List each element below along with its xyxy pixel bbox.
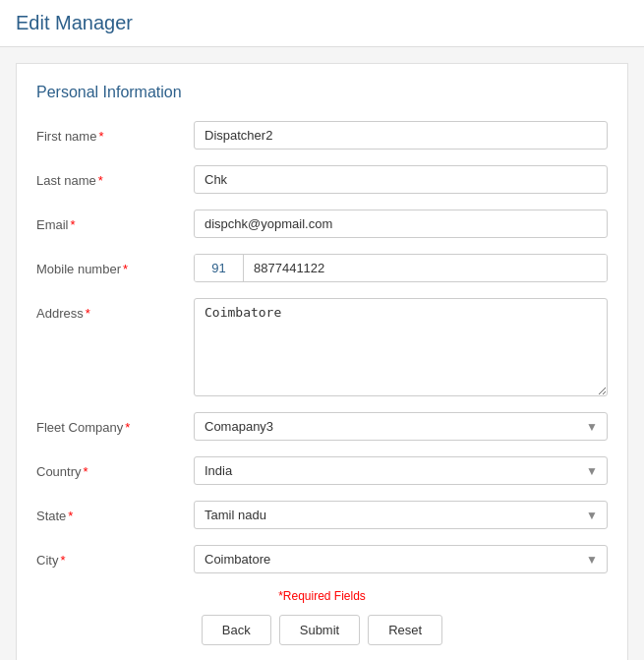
phone-code-input[interactable] <box>195 255 244 281</box>
page-header: Edit Manager <box>0 0 644 47</box>
email-label: Email* <box>36 210 194 232</box>
form-container: Personal Information First name* Last na… <box>16 63 628 660</box>
state-select-wrapper: Tamil nadu Karnataka Kerala ▼ <box>194 501 608 529</box>
fleet-select-wrapper: Comapany3 Company1 Company2 ▼ <box>194 412 608 441</box>
form-buttons: Back Submit Reset <box>36 615 608 645</box>
mobile-required: * <box>123 262 128 276</box>
reset-button[interactable]: Reset <box>368 615 442 645</box>
first-name-label: First name* <box>36 121 194 144</box>
country-select-wrapper: India USA UK ▼ <box>194 456 608 485</box>
state-row: State* Tamil nadu Karnataka Kerala ▼ <box>36 501 608 529</box>
city-select-wrapper: Coimbatore Chennai Madurai ▼ <box>194 545 608 573</box>
city-row: City* Coimbatore Chennai Madurai ▼ <box>36 545 608 573</box>
fleet-label: Fleet Company* <box>36 412 194 435</box>
country-row: Country* India USA UK ▼ <box>36 456 608 485</box>
fleet-row: Fleet Company* Comapany3 Company1 Compan… <box>36 412 608 441</box>
state-select[interactable]: Tamil nadu Karnataka Kerala <box>194 501 608 529</box>
last-name-required: * <box>98 173 103 188</box>
address-row: Address* <box>36 298 608 396</box>
first-name-row: First name* <box>36 121 608 150</box>
first-name-input[interactable] <box>194 121 608 150</box>
city-select[interactable]: Coimbatore Chennai Madurai <box>194 545 608 573</box>
page-title: Edit Manager <box>16 12 628 34</box>
email-input[interactable] <box>194 210 608 238</box>
country-required: * <box>84 464 88 479</box>
required-fields-note: *Required Fields <box>36 589 608 603</box>
last-name-input[interactable] <box>194 165 608 194</box>
last-name-label: Last name* <box>36 165 194 188</box>
first-name-required: * <box>98 129 103 144</box>
city-required: * <box>60 553 65 568</box>
email-row: Email* <box>36 210 608 238</box>
phone-number-input[interactable] <box>244 255 607 281</box>
fleet-required: * <box>125 420 130 435</box>
mobile-row: Mobile number* <box>36 254 608 282</box>
address-label: Address* <box>36 298 194 321</box>
mobile-label: Mobile number* <box>36 254 194 276</box>
address-required: * <box>86 306 90 321</box>
submit-button[interactable]: Submit <box>279 615 360 645</box>
fleet-select[interactable]: Comapany3 Company1 Company2 <box>194 412 608 441</box>
state-required: * <box>68 509 73 523</box>
country-label: Country* <box>36 456 194 479</box>
city-label: City* <box>36 545 194 568</box>
last-name-row: Last name* <box>36 165 608 194</box>
section-title: Personal Information <box>36 84 608 101</box>
state-label: State* <box>36 501 194 523</box>
phone-field <box>194 254 608 282</box>
address-input[interactable] <box>194 298 608 396</box>
country-select[interactable]: India USA UK <box>194 456 608 485</box>
email-required: * <box>71 217 76 232</box>
back-button[interactable]: Back <box>202 615 271 645</box>
